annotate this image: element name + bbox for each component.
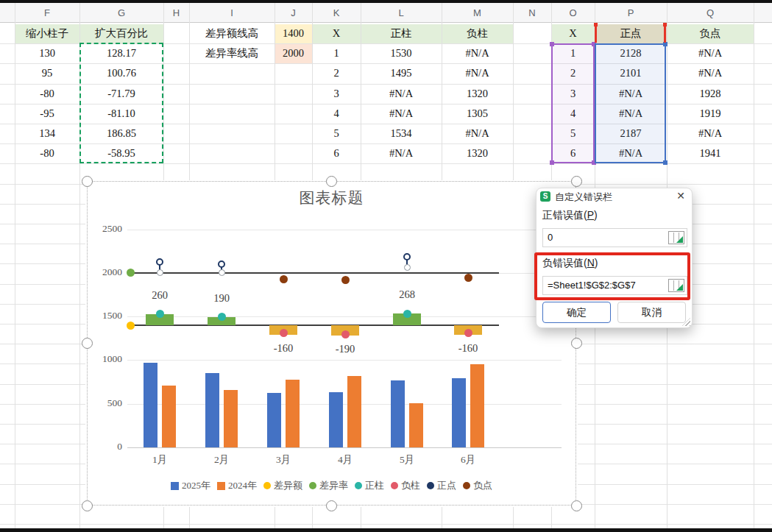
negative-error-input[interactable]: =Sheet1!$G$2:$G$7 <box>542 276 687 295</box>
cell-F7[interactable]: -80 <box>15 143 79 163</box>
chart-resize-handle[interactable] <box>326 500 337 511</box>
cell-F3[interactable]: 95 <box>15 63 79 83</box>
negative-error-value: =Sheet1!$G$2:$G$7 <box>548 277 636 294</box>
cell-M5[interactable]: 1305 <box>442 104 513 124</box>
x-range-selection-o2-o7 <box>551 43 595 163</box>
chart-resize-handle[interactable] <box>82 176 93 187</box>
cell-F2[interactable]: 130 <box>15 43 79 63</box>
cell-Q3[interactable]: #N/A <box>667 63 754 83</box>
column-header-I[interactable]: I <box>189 3 275 23</box>
column-header-F[interactable]: F <box>15 3 79 23</box>
chart-resize-handle[interactable] <box>571 338 582 349</box>
cell-M2[interactable]: #N/A <box>442 43 513 63</box>
cell-Q4[interactable]: 1928 <box>667 84 754 104</box>
column-header-P[interactable]: P <box>595 3 667 23</box>
selection-handle[interactable] <box>663 160 667 165</box>
column-header-L[interactable]: L <box>361 3 442 23</box>
column-header-N[interactable]: N <box>513 3 551 23</box>
chart-selection-border <box>87 181 576 506</box>
cell-L1[interactable]: 正柱 <box>361 24 442 43</box>
cell-K2[interactable]: 1 <box>312 43 361 63</box>
series-name-mark-handle <box>594 23 598 26</box>
close-icon[interactable]: ✕ <box>676 190 685 202</box>
cell-M1[interactable]: 负柱 <box>442 24 513 43</box>
negative-error-label: 负错误值(N) <box>542 257 598 270</box>
value-range-selection-p2-p7 <box>595 43 666 163</box>
cell-K6[interactable]: 5 <box>312 124 361 143</box>
cell-L5[interactable]: #N/A <box>361 104 442 124</box>
series-name-mark-handle <box>663 23 667 26</box>
selection-handle[interactable] <box>550 160 554 165</box>
column-header-K[interactable]: K <box>312 3 361 23</box>
spreadsheet-app: 图表标题 05001000150020002500260190-160-1902… <box>0 0 772 532</box>
cell-I1[interactable]: 差异额线高 <box>189 24 275 43</box>
cell-L3[interactable]: 1495 <box>361 63 442 83</box>
cell-F1[interactable]: 缩小柱子 <box>15 24 79 43</box>
cell-M4[interactable]: 1320 <box>442 84 513 104</box>
cell-M7[interactable]: 1320 <box>442 143 513 163</box>
grid-column-line <box>754 3 754 528</box>
cell-J2[interactable]: 2000 <box>275 43 312 63</box>
cell-L4[interactable]: #N/A <box>361 84 442 104</box>
range-picker-icon[interactable] <box>668 279 684 292</box>
cell-L6[interactable]: 1534 <box>361 124 442 143</box>
cell-Q2[interactable]: #N/A <box>667 43 754 63</box>
cell-M3[interactable]: #N/A <box>442 63 513 83</box>
chart-resize-handle[interactable] <box>82 500 93 511</box>
cell-K3[interactable]: 2 <box>312 63 361 83</box>
column-header-H[interactable]: H <box>163 3 189 23</box>
cell-I2[interactable]: 差异率线高 <box>189 43 275 63</box>
cell-F4[interactable]: -80 <box>15 84 79 104</box>
cell-F5[interactable]: -95 <box>15 104 79 124</box>
cell-G1[interactable]: 扩大百分比 <box>79 24 163 43</box>
wps-spreadsheet-icon: S <box>540 191 550 202</box>
chart-resize-handle[interactable] <box>326 176 337 187</box>
cell-K1[interactable]: X <box>312 24 361 43</box>
cell-M6[interactable]: #N/A <box>442 124 513 143</box>
cell-F6[interactable]: 134 <box>15 124 79 143</box>
cell-Q7[interactable]: 1941 <box>667 143 754 163</box>
positive-error-value: 0 <box>548 229 553 247</box>
cell-K7[interactable]: 6 <box>312 143 361 163</box>
marching-ants-range-g2-g7 <box>79 43 163 163</box>
dialog-title: 自定义错误栏 <box>555 191 612 204</box>
column-header-G[interactable]: G <box>79 3 163 23</box>
cell-Q1[interactable]: 负点 <box>667 24 754 43</box>
cell-L2[interactable]: 1530 <box>361 43 442 63</box>
selection-handle[interactable] <box>550 42 554 46</box>
column-header-Q[interactable]: Q <box>667 3 754 23</box>
series-name-mark-left <box>595 24 597 43</box>
chart-resize-handle[interactable] <box>571 176 582 187</box>
series-name-mark-right <box>664 24 666 43</box>
range-picker-icon[interactable] <box>668 231 684 244</box>
custom-error-bar-dialog[interactable]: S 自定义错误栏 ✕ 正错误值(P) 0 负错误值(N) =Sheet1!$G$… <box>536 188 693 328</box>
cell-K4[interactable]: 3 <box>312 84 361 104</box>
top-clip-bar <box>0 0 772 3</box>
chart-resize-handle[interactable] <box>82 338 93 349</box>
cell-K5[interactable]: 4 <box>312 104 361 124</box>
ok-button[interactable]: 确定 <box>542 302 611 323</box>
chart-resize-handle[interactable] <box>571 500 582 511</box>
cancel-button[interactable]: 取消 <box>617 302 686 323</box>
cell-J1[interactable]: 1400 <box>275 24 312 43</box>
cell-O1[interactable]: X <box>551 24 595 43</box>
bottom-clip-bar <box>0 528 772 532</box>
column-header-J[interactable]: J <box>275 3 312 23</box>
positive-error-input[interactable]: 0 <box>542 228 687 247</box>
cell-L7[interactable]: #N/A <box>361 143 442 163</box>
column-header-O[interactable]: O <box>551 3 595 23</box>
column-header-M[interactable]: M <box>442 3 513 23</box>
positive-error-label: 正错误值(P) <box>542 209 598 222</box>
cell-Q6[interactable]: #N/A <box>667 124 754 143</box>
cell-P1[interactable]: 正点 <box>595 24 667 43</box>
cell-Q5[interactable]: 1919 <box>667 104 754 124</box>
